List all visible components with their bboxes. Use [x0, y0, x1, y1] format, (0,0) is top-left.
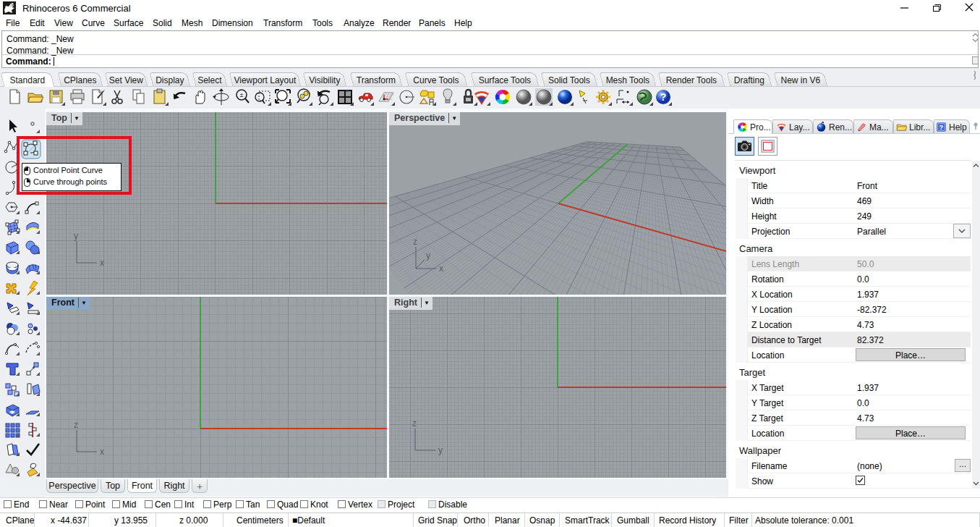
- svg-text:y: y: [438, 445, 443, 455]
- svg-text:?: ?: [660, 91, 667, 103]
- svg-text:y: y: [74, 231, 78, 241]
- svg-text:±: ±: [240, 91, 244, 98]
- svg-text:x: x: [100, 258, 104, 268]
- svg-text:x: x: [100, 447, 104, 457]
- svg-text:y: y: [426, 250, 430, 261]
- svg-text:z: z: [74, 420, 78, 430]
- svg-text:?: ?: [939, 124, 943, 131]
- svg-text:z: z: [413, 237, 417, 247]
- svg-text:z: z: [412, 418, 417, 429]
- svg-text:x: x: [439, 264, 443, 274]
- svg-text:6: 6: [11, 2, 14, 7]
